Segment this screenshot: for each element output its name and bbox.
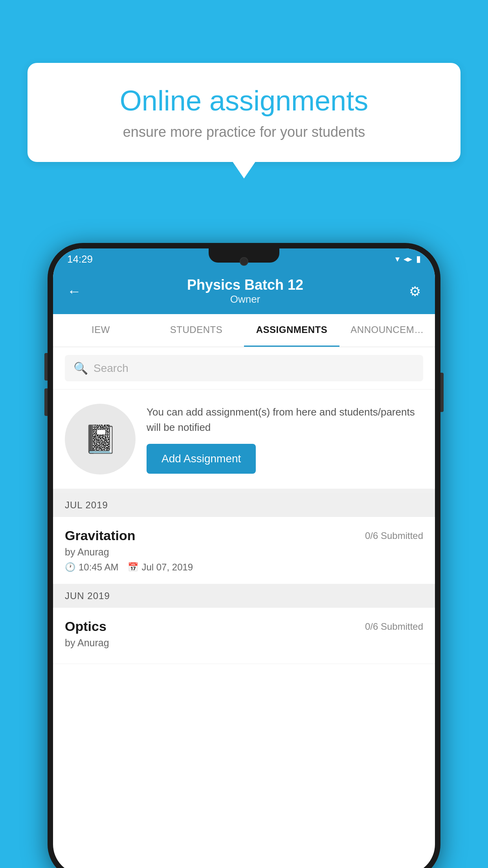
add-assignment-button[interactable]: Add Assignment: [147, 444, 256, 474]
promo-icon-circle: 📓: [65, 404, 136, 474]
assignment-submitted: 0/6 Submitted: [365, 530, 423, 541]
assignment-promo: 📓 You can add assignment(s) from here an…: [53, 390, 435, 493]
assignment-name: Gravitation: [65, 528, 135, 543]
vol-up-button: [44, 353, 48, 381]
battery-icon: ▮: [416, 254, 421, 264]
app-header: ← Physics Batch 12 Owner ⚙: [53, 270, 435, 314]
search-placeholder: Search: [94, 362, 128, 375]
search-icon: 🔍: [73, 361, 88, 375]
assignment-name-optics: Optics: [65, 619, 106, 634]
assignment-item-gravitation[interactable]: Gravitation 0/6 Submitted by Anurag 🕐 10…: [53, 517, 435, 584]
tab-assignments[interactable]: ASSIGNMENTS: [244, 314, 339, 347]
section-header-jun: JUN 2019: [53, 584, 435, 608]
clock-icon: 🕐: [65, 562, 75, 572]
back-button[interactable]: ←: [67, 283, 81, 300]
promo-content: You can add assignment(s) from here and …: [147, 405, 423, 474]
assignment-by: by Anurag: [65, 546, 423, 558]
vol-down-button: [44, 388, 48, 416]
calendar-icon: 📅: [128, 562, 138, 572]
header-center: Physics Batch 12 Owner: [187, 277, 303, 305]
status-icons: ▾ ◂▸ ▮: [395, 254, 421, 264]
header-title: Physics Batch 12: [187, 277, 303, 293]
assignment-row1-optics: Optics 0/6 Submitted: [65, 619, 423, 634]
assignment-time: 10:45 AM: [79, 562, 118, 573]
phone-frame: 14:29 ▾ ◂▸ ▮ ← Physics Batch 12 Owner ⚙ …: [48, 243, 440, 868]
power-button: [440, 373, 444, 412]
speech-bubble: Online assignments ensure more practice …: [28, 63, 460, 162]
speech-bubble-title: Online assignments: [51, 85, 437, 117]
phone-notch: [209, 248, 279, 263]
assignment-meta: 🕐 10:45 AM 📅 Jul 07, 2019: [65, 562, 423, 573]
header-subtitle: Owner: [187, 293, 303, 305]
status-time: 14:29: [67, 253, 93, 265]
phone-screen: 14:29 ▾ ◂▸ ▮ ← Physics Batch 12 Owner ⚙ …: [53, 248, 435, 868]
meta-date: 📅 Jul 07, 2019: [128, 562, 193, 573]
promo-text: You can add assignment(s) from here and …: [147, 405, 423, 435]
camera-icon: [240, 257, 248, 266]
notebook-icon: 📓: [83, 423, 117, 455]
search-input-wrap[interactable]: 🔍 Search: [65, 355, 423, 381]
tab-iew[interactable]: IEW: [53, 314, 149, 347]
tabs-container: IEW STUDENTS ASSIGNMENTS ANNOUNCEM…: [53, 314, 435, 347]
assignment-row1: Gravitation 0/6 Submitted: [65, 528, 423, 543]
speech-bubble-container: Online assignments ensure more practice …: [28, 63, 460, 162]
assignment-item-optics[interactable]: Optics 0/6 Submitted by Anurag: [53, 608, 435, 664]
signal-icon: ◂▸: [404, 254, 412, 264]
assignment-date: Jul 07, 2019: [141, 562, 193, 573]
speech-bubble-subtitle: ensure more practice for your students: [51, 124, 437, 140]
wifi-icon: ▾: [395, 254, 400, 264]
search-bar: 🔍 Search: [53, 347, 435, 390]
section-header-jul: JUL 2019: [53, 493, 435, 517]
assignment-by-optics: by Anurag: [65, 637, 423, 649]
meta-time: 🕐 10:45 AM: [65, 562, 118, 573]
tab-announcements[interactable]: ANNOUNCEM…: [339, 314, 435, 347]
assignment-submitted-optics: 0/6 Submitted: [365, 621, 423, 632]
tab-students[interactable]: STUDENTS: [149, 314, 244, 347]
settings-button[interactable]: ⚙: [409, 283, 421, 299]
